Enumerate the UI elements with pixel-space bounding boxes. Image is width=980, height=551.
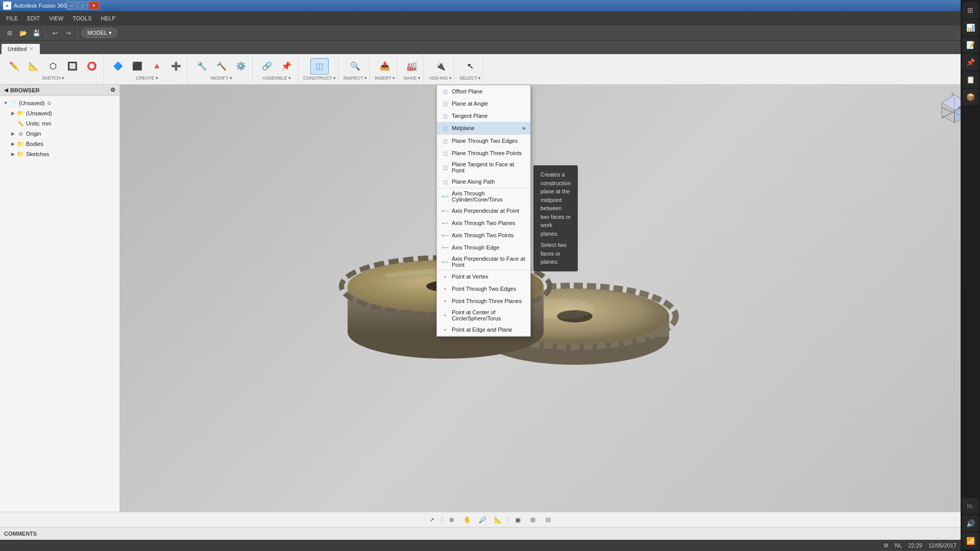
point-edge-plane-icon: •: [441, 325, 449, 334]
modify-btn3[interactable]: ⚙️: [232, 58, 250, 74]
select-dropdown[interactable]: SELECT ▾: [459, 76, 481, 81]
menu-edit[interactable]: EDIT: [23, 13, 44, 23]
insert-dropdown[interactable]: INSERT ▾: [375, 76, 395, 81]
menu-item-tangent-plane[interactable]: ◫ Tangent Plane: [437, 110, 530, 122]
menu-item-offset-plane[interactable]: ◫ Offset Plane: [437, 85, 530, 97]
modify-btn1[interactable]: 🔧: [193, 58, 211, 74]
sidebar-settings-icon[interactable]: ⚙: [110, 87, 115, 93]
viewport[interactable]: ◫ Offset Plane ◫ Plane at Angle ◫ Tangen…: [120, 85, 980, 512]
menu-item-axis-perp-face[interactable]: ⟵ Axis Perpendicular to Face at Point: [437, 254, 530, 270]
plane-along-path-label: Plane Along Path: [452, 179, 526, 185]
menu-item-point-circle[interactable]: • Point at Center of Circle/Sphere/Torus: [437, 307, 530, 323]
tree-icon-sketches: 📁: [16, 150, 24, 158]
tree-label-sketches: Sketches: [26, 151, 49, 157]
menu-item-axis-two-points[interactable]: ⟵ Axis Through Two Points: [437, 229, 530, 241]
sketch-btn2[interactable]: 📐: [24, 58, 43, 74]
view-btn3[interactable]: ⊟: [542, 514, 555, 525]
menu-item-plane-three-points[interactable]: ◫ Plane Through Three Points: [437, 147, 530, 159]
nav-btn4[interactable]: 🔎: [476, 514, 489, 525]
taskbar-icon-4[interactable]: 📌: [962, 54, 978, 70]
menu-help[interactable]: HELP: [97, 13, 120, 23]
sketch-dropdown[interactable]: SKETCH ▾: [42, 76, 64, 81]
sketch-btn3[interactable]: ⬡: [44, 58, 62, 74]
menu-item-point-three-planes[interactable]: • Point Through Three Planes: [437, 295, 530, 307]
menu-tools[interactable]: TOOLS: [68, 13, 95, 23]
make-btn1[interactable]: 🏭: [403, 58, 421, 74]
taskbar-signal[interactable]: 📶: [962, 533, 978, 549]
menu-view[interactable]: VIEW: [45, 13, 67, 23]
menu-item-point-vertex[interactable]: • Point at Vertex: [437, 270, 530, 283]
insert-btn1[interactable]: 📥: [376, 58, 394, 74]
menu-item-plane-along-path[interactable]: ◫ Plane Along Path: [437, 176, 530, 188]
settings-icon[interactable]: ⚙: [884, 542, 889, 549]
sketch-btn4[interactable]: 🔲: [63, 58, 82, 74]
nav-btn2[interactable]: ⊕: [445, 514, 458, 525]
create-btn2[interactable]: ⬛: [128, 58, 146, 74]
taskbar-volume[interactable]: 🔊: [962, 515, 978, 532]
maximize-button[interactable]: □: [78, 2, 88, 10]
model-dropdown[interactable]: MODEL ▾: [82, 28, 117, 38]
sidebar-collapse-icon[interactable]: ◀: [4, 87, 8, 93]
nav-btn1[interactable]: ↗: [425, 514, 438, 525]
tree-item-bodies[interactable]: ▶ 📁 Bodies: [0, 139, 119, 149]
menu-item-plane-two-edges[interactable]: ◫ Plane Through Two Edges: [437, 135, 530, 147]
select-btn1[interactable]: ↖: [461, 58, 479, 74]
undo-button[interactable]: ↩: [50, 28, 61, 39]
inspect-dropdown[interactable]: INSPECT ▾: [344, 76, 367, 81]
redo-button[interactable]: ↪: [63, 28, 74, 39]
view-btn1[interactable]: ▣: [511, 514, 524, 525]
sketch-icon: ✏️: [8, 60, 20, 72]
menu-item-axis-edge[interactable]: ⟵ Axis Through Edge: [437, 241, 530, 254]
menu-file[interactable]: FILE: [2, 13, 22, 23]
taskbar-icon-5[interactable]: 📋: [962, 71, 978, 88]
assemble-dropdown[interactable]: ASSEMBLE ▾: [262, 76, 291, 81]
create-btn1[interactable]: 🔷: [109, 58, 127, 74]
view-btn2[interactable]: ⊞: [526, 514, 540, 525]
minimize-button[interactable]: ─: [66, 2, 77, 10]
menu-item-point-two-edges[interactable]: • Point Through Two Edges: [437, 283, 530, 295]
tree-item-root[interactable]: ▼ 📄 (Unsaved) ⚙: [0, 98, 119, 108]
create-btn4[interactable]: ➕: [167, 58, 185, 74]
create-dropdown[interactable]: CREATE ▾: [136, 76, 158, 81]
plane-tangent-face-icon: ◫: [441, 163, 449, 171]
menu-item-axis-two-planes[interactable]: ⟵ Axis Through Two Planes: [437, 217, 530, 229]
tab-untitled[interactable]: Untitled ✕: [1, 43, 40, 54]
save-button[interactable]: 💾: [31, 28, 42, 39]
open-button[interactable]: 📂: [17, 28, 29, 39]
tree-item-named-views[interactable]: ▶ 📁 (Unsaved): [0, 108, 119, 118]
sketch-button[interactable]: ✏️: [5, 58, 23, 74]
menu-item-midplane[interactable]: ◫ Midplane ▶: [437, 122, 530, 134]
construct-dropdown[interactable]: CONSTRUCT ▾: [303, 76, 336, 81]
addins-btn1[interactable]: 🔌: [431, 58, 450, 74]
taskbar-icon-6[interactable]: 📦: [962, 89, 978, 105]
nav-btn3[interactable]: ✋: [460, 514, 474, 525]
nav-btn5[interactable]: 📐: [491, 514, 504, 525]
taskbar-icon-2[interactable]: 📊: [962, 19, 978, 36]
home-button[interactable]: ⊞: [4, 28, 15, 39]
menu-item-plane-at-angle[interactable]: ◫ Plane at Angle: [437, 97, 530, 110]
modify-btn2[interactable]: 🔨: [212, 58, 231, 74]
taskbar-icon-1[interactable]: ⊞: [962, 2, 978, 18]
inspect-btn1[interactable]: 🔍: [346, 58, 364, 74]
menu-item-point-edge-plane[interactable]: • Point at Edge and Plane: [437, 323, 530, 336]
tab-close-icon[interactable]: ✕: [30, 46, 34, 52]
assemble-btn2[interactable]: 📌: [277, 58, 296, 74]
construct-btn1[interactable]: ◫: [310, 58, 329, 74]
tree-item-sketches[interactable]: ▶ 📁 Sketches: [0, 149, 119, 159]
make-dropdown[interactable]: MAKE ▾: [404, 76, 421, 81]
menu-item-axis-perpendicular[interactable]: ⟵ Axis Perpendicular at Point: [437, 205, 530, 217]
create-btn3[interactable]: 🔺: [148, 58, 166, 74]
tree-settings-icon[interactable]: ⚙: [47, 101, 52, 106]
modify-dropdown[interactable]: MODIFY ▾: [211, 76, 232, 81]
menu-item-plane-tangent-face[interactable]: ◫ Plane Tangent to Face at Point: [437, 159, 530, 176]
tree-item-units[interactable]: 📏 Units: mm: [0, 118, 119, 129]
taskbar-icon-bottom[interactable]: NL: [962, 498, 978, 514]
tree-arrow-bodies: ▶: [9, 141, 16, 146]
menu-item-axis-cylinder[interactable]: ⟵ Axis Through Cylinder/Cone/Torus: [437, 188, 530, 205]
tree-item-origin[interactable]: ▶ ⊕ Origin: [0, 129, 119, 139]
addins-dropdown[interactable]: ADD-INS ▾: [429, 76, 452, 81]
sketch-btn5[interactable]: ⭕: [83, 58, 101, 74]
close-button[interactable]: ✕: [89, 2, 99, 10]
assemble-btn1[interactable]: 🔗: [258, 58, 276, 74]
taskbar-icon-3[interactable]: 📝: [962, 37, 978, 53]
